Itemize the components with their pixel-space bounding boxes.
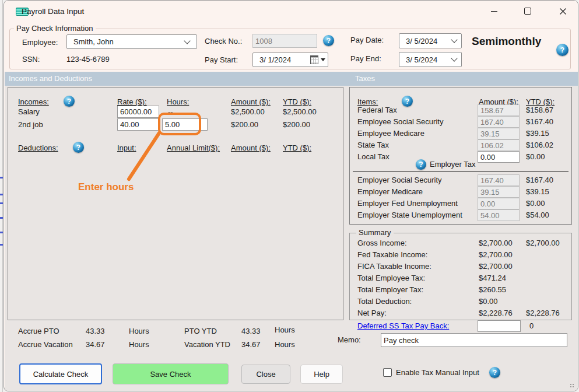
pay-date-select[interactable]: 3/ 5/2024: [399, 33, 462, 48]
summary-row-value: $0.00: [479, 297, 498, 306]
minimize-icon: [491, 11, 497, 12]
pay-end-value: 3/ 5/2024: [399, 55, 452, 64]
employee-label: Employee:: [22, 38, 58, 47]
accrue-vacation-unit: Hours: [129, 340, 149, 349]
income-row-name: 2nd job: [18, 120, 43, 130]
check-no-input: [252, 34, 317, 48]
second-job-hours-input[interactable]: [162, 118, 208, 131]
salary-ytd: $2,500.00: [283, 107, 317, 117]
federal-tax-ytd: $158.67: [526, 106, 553, 115]
summary-row-ytd: $2,700.00: [526, 239, 560, 248]
employer-medicare-input: [478, 186, 520, 198]
memo-input[interactable]: [381, 333, 567, 347]
summary-row-value: $2,228.76: [479, 309, 513, 318]
ssn-value: 123-45-6789: [66, 55, 110, 64]
pay-start-value: 3/ 1/2024: [253, 55, 310, 64]
summary-row-name: Total Employee Tax:: [357, 274, 425, 283]
incomes-label: Incomes:: [18, 97, 49, 107]
summary-row-name: Net Pay:: [357, 309, 387, 318]
title-bar: Payroll Data Input: [4, 1, 578, 22]
employer-state-unemployment-ytd: $54.00: [526, 211, 549, 220]
salary-amount: $2,500.00: [231, 107, 265, 117]
calendar-icon: [310, 55, 318, 64]
pto-ytd-label: PTO YTD: [184, 327, 217, 336]
second-job-amount: $200.00: [231, 120, 258, 130]
employer-fed-unemployment-ytd: $0.00: [526, 199, 545, 208]
tax-row-name: Employer State Unemployment: [357, 211, 462, 220]
tax-items-help-icon[interactable]: ?: [402, 96, 413, 107]
check-no-help-icon[interactable]: ?: [323, 35, 334, 46]
employer-medicare-ytd: $39.15: [526, 187, 549, 197]
annotation-enter-hours: Enter hours: [78, 181, 134, 193]
pay-start-datepicker[interactable]: 3/ 1/2024: [252, 52, 328, 67]
chevron-down-icon: [451, 36, 457, 43]
pay-date-value: 3/ 5/2024: [399, 37, 452, 46]
help-button[interactable]: Help: [300, 365, 343, 384]
pto-ytd-unit: Hours: [275, 326, 295, 335]
tax-row-name: Employer Medicare: [357, 187, 423, 197]
pay-end-select[interactable]: 3/ 5/2024: [399, 52, 462, 67]
state-tax-ytd: $106.02: [526, 141, 553, 150]
summary-row-value: $2,700.00: [479, 239, 513, 248]
chevron-down-icon: [184, 37, 190, 44]
calculate-check-button[interactable]: Calculate Check: [19, 363, 102, 384]
close-dialog-button[interactable]: Close: [241, 365, 290, 384]
maximize-icon: [524, 8, 531, 15]
summary-row-name: Fed Taxable Income:: [357, 250, 427, 260]
employee-medicare-ytd: $39.15: [526, 129, 549, 138]
local-tax-input[interactable]: [478, 151, 520, 163]
employer-fed-unemployment-input: [478, 198, 520, 209]
salary-rate-input[interactable]: [117, 106, 159, 118]
payroll-data-input-window: Payroll Data Input Pay Check Information…: [3, 0, 578, 391]
ded-col-amount: Amount ($):: [231, 144, 271, 153]
accrue-vacation-label: Accrue Vacation: [18, 340, 73, 349]
summary-row-name: FICA Taxable Income:: [357, 262, 431, 271]
employer-state-unemployment-input: [478, 209, 520, 221]
summary-row-name: Gross Income:: [357, 239, 407, 248]
state-tax-input: [478, 139, 520, 151]
employee-select[interactable]: Smith, John: [66, 34, 197, 49]
frequency-help-icon[interactable]: ?: [556, 44, 569, 56]
accrue-vacation-value: 34.67: [86, 340, 105, 349]
taxes-section-header: Taxes: [355, 74, 375, 83]
incomes-help-icon[interactable]: ?: [64, 96, 75, 107]
calendar-dropdown-button[interactable]: [310, 55, 325, 64]
vacation-ytd-value: 34.67: [241, 340, 261, 349]
summary-row-value: $471.24: [479, 274, 506, 283]
vacation-ytd-unit: Hours: [275, 340, 295, 349]
deductions-help-icon[interactable]: ?: [73, 142, 84, 153]
employer-ss-input: [478, 174, 520, 186]
pto-ytd-value: 43.33: [241, 327, 261, 336]
close-icon: [559, 8, 567, 15]
enable-tax-manual-checkbox[interactable]: [383, 368, 392, 377]
summary-label: Summary: [356, 228, 394, 237]
tax-row-name: Local Tax: [357, 152, 389, 162]
col-ytd: YTD ($):: [283, 97, 311, 107]
save-check-button[interactable]: Save Check: [113, 363, 229, 384]
chevron-down-icon: [451, 55, 457, 61]
tax-row-name: Employer Social Security: [357, 176, 442, 185]
second-job-ytd: $200.00: [283, 120, 310, 130]
dropdown-arrow-icon: [321, 58, 325, 61]
deferred-ss-tax-ytd: 0: [529, 321, 534, 331]
employer-ss-ytd: $167.40: [526, 176, 553, 185]
maximize-button[interactable]: [515, 2, 540, 20]
employer-tax-help-icon[interactable]: ?: [416, 159, 426, 170]
pay-end-label: Pay End:: [350, 54, 381, 64]
tax-row-name: Employer Fed Unemployment: [357, 199, 458, 208]
second-job-rate-input[interactable]: [117, 118, 159, 131]
accrue-pto-unit: Hours: [129, 327, 149, 336]
summary-row-name: Total Employer Tax:: [357, 285, 423, 295]
tax-manual-help-icon[interactable]: ?: [489, 367, 500, 378]
employer-tax-divider: [353, 171, 569, 172]
summary-row-value: $2,700.00: [479, 250, 513, 260]
memo-label: Memo:: [338, 335, 361, 345]
incomes-section-header: Incomes and Deductions: [9, 74, 92, 83]
ded-col-input: Input:: [117, 144, 136, 153]
deferred-ss-tax-link[interactable]: Deferred SS Tax Pay Back:: [357, 321, 449, 330]
deferred-ss-tax-input[interactable]: [478, 320, 521, 332]
col-amount: Amount ($):: [231, 97, 271, 107]
close-button[interactable]: [550, 2, 575, 20]
minimize-button[interactable]: [482, 2, 506, 20]
enable-tax-manual-label: Enable Tax Manual Input: [396, 368, 479, 377]
